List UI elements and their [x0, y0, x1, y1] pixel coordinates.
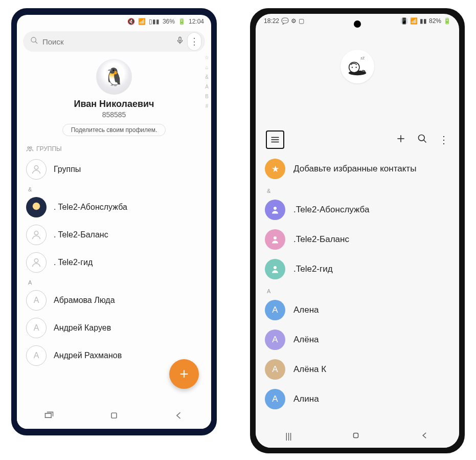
contact-row[interactable]: А Алёна К: [264, 355, 451, 384]
nav-back-icon[interactable]: [174, 410, 184, 423]
groups-avatar-icon: [26, 159, 47, 180]
nav-recents-icon[interactable]: [44, 410, 54, 423]
contact-label: Алина: [293, 394, 319, 404]
contact-avatar-letter: А: [265, 389, 285, 409]
index-groups[interactable]: ⌂: [205, 64, 208, 70]
svg-text:zZ: zZ: [360, 56, 365, 60]
plus-icon: +: [179, 365, 189, 383]
contact-label: .Tele2-гид: [293, 264, 333, 274]
contact-row[interactable]: А Алёна: [264, 325, 451, 355]
svg-point-24: [274, 266, 277, 269]
menu-button[interactable]: [266, 130, 284, 149]
wifi-icon: 📶: [138, 18, 146, 25]
chat-icon: 💬: [281, 17, 289, 25]
contact-label: . Tele2-гид: [54, 258, 93, 267]
contact-avatar-letter: А: [265, 300, 285, 320]
contact-label: Андрей Рахманов: [54, 351, 122, 360]
contact-row[interactable]: . Tele2-Баланс: [24, 221, 204, 249]
contact-row[interactable]: A Абрамова Люда: [24, 287, 204, 314]
battery-icon: 🔋: [178, 18, 186, 25]
phone-older: 🔇 📶 ▯▮▮ 36% 🔋 12:04 ⋮ 🐧 Иван Николаевич …: [11, 8, 217, 435]
groups-header: ГРУППЫ: [17, 140, 211, 156]
gear-icon: ⚙: [291, 17, 297, 25]
contact-label: . Tele2-Абонслужба: [54, 203, 127, 212]
contact-row[interactable]: .Tele2-гид: [264, 254, 451, 284]
nav-back-icon[interactable]: [420, 431, 429, 442]
index-a[interactable]: A: [205, 84, 209, 90]
screen-left: 🔇 📶 ▯▮▮ 36% 🔋 12:04 ⋮ 🐧 Иван Николаевич …: [17, 15, 211, 429]
contact-avatar-icon: [26, 225, 47, 245]
status-battery: 82%: [429, 17, 441, 25]
svg-point-7: [34, 231, 38, 235]
svg-point-4: [28, 147, 30, 149]
contact-avatar-letter: A: [26, 345, 47, 366]
svg-line-1: [35, 41, 37, 43]
more-menu-icon[interactable]: ⋮: [188, 33, 201, 50]
svg-point-13: [352, 67, 353, 68]
screen-right: 18:22 💬 ⚙ ▢ 📳 📶 ▮▮ 82% 🔋 zZ: [256, 14, 459, 448]
index-scroll-strip[interactable]: ☆ ⌂ & A B #: [205, 53, 209, 109]
contact-avatar-letter: A: [26, 290, 47, 311]
index-hash[interactable]: #: [206, 103, 209, 109]
add-button[interactable]: [396, 134, 406, 146]
svg-point-14: [355, 67, 356, 68]
share-profile-button[interactable]: Поделитесь своим профилем.: [62, 124, 166, 136]
toolbar: ⋮: [256, 130, 459, 154]
nav-home-icon[interactable]: [351, 431, 360, 442]
svg-rect-2: [179, 37, 181, 41]
contact-row[interactable]: . Tele2-Абонслужба: [24, 193, 204, 221]
contact-avatar-icon: [265, 259, 285, 279]
contact-label: Алена: [293, 305, 319, 315]
profile-number: 858585: [17, 111, 211, 119]
contact-avatar-icon: [265, 200, 285, 220]
contact-avatar-icon: [26, 197, 47, 217]
nav-home-icon[interactable]: [109, 410, 119, 423]
contact-row[interactable]: .Tele2-Баланс: [264, 225, 451, 254]
index-amp[interactable]: &: [205, 74, 209, 80]
search-input[interactable]: [42, 37, 172, 46]
profile-avatar[interactable]: zZ: [341, 50, 374, 83]
favorites-label: Добавьте избранные контакты: [293, 164, 416, 174]
camera-hole: [354, 20, 361, 28]
nav-recents-icon[interactable]: |||: [285, 432, 291, 441]
status-battery: 36%: [163, 18, 175, 25]
mic-icon[interactable]: [172, 35, 188, 48]
index-b[interactable]: B: [205, 94, 209, 99]
search-icon: [30, 36, 38, 47]
signal-icon: ▮▮: [420, 17, 427, 25]
wifi-icon: 📶: [410, 17, 418, 25]
index-star[interactable]: ☆: [205, 55, 209, 60]
contact-avatar-letter: А: [265, 359, 285, 380]
contact-label: .Tele2-Баланс: [293, 234, 349, 245]
contact-row[interactable]: .Tele2-Абонслужба: [264, 195, 451, 225]
signal-icon: ▯▮▮: [149, 18, 160, 25]
contact-label: Андрей Каруев: [54, 323, 111, 333]
section-amp: &: [17, 183, 211, 193]
more-menu-icon[interactable]: ⋮: [439, 134, 449, 146]
contact-row[interactable]: A Андрей Каруев: [24, 314, 204, 342]
contact-row[interactable]: . Tele2-гид: [24, 249, 204, 276]
svg-rect-9: [111, 413, 117, 418]
profile-name: Иван Николаевич: [17, 99, 211, 109]
system-nav-bar: [17, 404, 211, 429]
status-time: 18:22: [264, 17, 279, 25]
star-icon: ★: [265, 159, 285, 179]
section-amp: &: [256, 184, 459, 195]
profile-avatar[interactable]: 🐧: [96, 59, 132, 95]
search-button[interactable]: [417, 134, 427, 146]
svg-point-23: [274, 236, 277, 239]
groups-row[interactable]: Группы: [24, 156, 204, 183]
contact-avatar-letter: A: [26, 318, 47, 338]
battery-icon: 🔋: [443, 17, 451, 25]
contact-label: Абрамова Люда: [54, 296, 115, 305]
search-bar[interactable]: ⋮: [23, 31, 205, 52]
svg-point-22: [274, 207, 277, 210]
profile-section: 🐧 Иван Николаевич 858585 Поделитесь свои…: [17, 53, 211, 140]
contact-row[interactable]: А Алина: [264, 384, 451, 414]
fab-add-contact[interactable]: +: [169, 359, 199, 389]
contact-row[interactable]: А Алена: [264, 295, 451, 325]
favorites-row[interactable]: ★ Добавьте избранные контакты: [264, 154, 451, 184]
contact-label: . Tele2-Баланс: [54, 230, 108, 239]
svg-rect-25: [354, 433, 358, 438]
section-a: A: [256, 284, 459, 295]
